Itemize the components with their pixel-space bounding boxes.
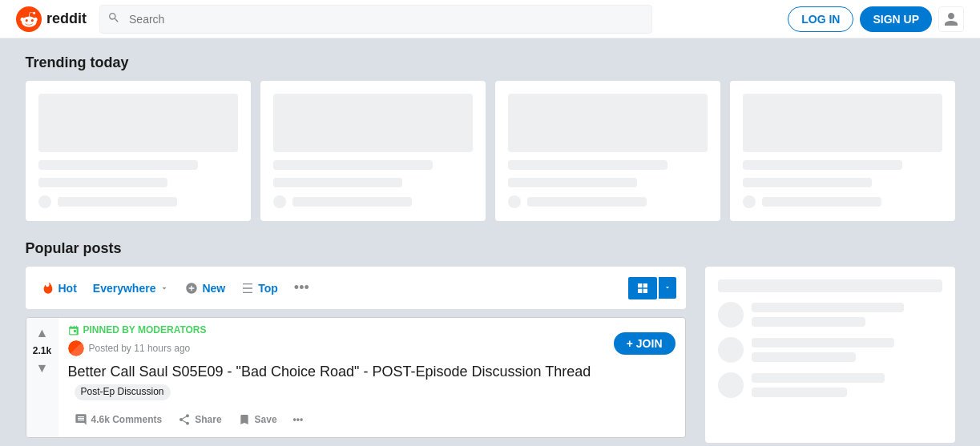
- new-icon: [185, 282, 198, 295]
- popular-title: Popular posts: [26, 240, 955, 257]
- trending-title: Trending today: [26, 54, 955, 71]
- hot-icon: [42, 282, 54, 295]
- user-icon: [943, 11, 959, 27]
- sidebar-row: [718, 337, 942, 363]
- card-view-icon: [636, 282, 649, 295]
- sidebar-lines: [752, 373, 942, 397]
- top-label: Top: [258, 282, 278, 295]
- header-actions: LOG IN SIGN UP: [788, 6, 964, 32]
- main-content: Trending today: [10, 38, 971, 446]
- pinned-label: PINNED BY MODERATORS: [68, 324, 207, 336]
- reddit-logo-icon: [16, 6, 42, 32]
- filter-everywhere-button[interactable]: Everywhere: [87, 277, 176, 299]
- new-label: New: [202, 282, 225, 295]
- trending-card[interactable]: [260, 81, 486, 221]
- posts-main: Hot Everywhere New Top •••: [26, 267, 686, 443]
- downvote-button[interactable]: ▼: [34, 360, 50, 377]
- share-label: Share: [195, 414, 221, 425]
- filter-new-button[interactable]: New: [179, 277, 232, 299]
- post-body: PINNED BY MODERATORS Posted by 11 hours …: [58, 318, 685, 437]
- trending-section: Trending today: [26, 54, 955, 221]
- chevron-down-icon: [159, 283, 169, 293]
- comments-label: 4.6k Comments: [91, 414, 163, 425]
- filter-bar: Hot Everywhere New Top •••: [26, 267, 686, 309]
- trending-grid: [26, 81, 955, 221]
- share-button[interactable]: Share: [171, 408, 228, 431]
- post-actions: 4.6k Comments Share Save •••: [68, 408, 676, 431]
- trending-card[interactable]: [26, 81, 251, 221]
- comments-button[interactable]: 4.6k Comments: [68, 408, 169, 431]
- share-icon: [178, 413, 191, 426]
- post-title[interactable]: Better Call Saul S05E09 - "Bad Choice Ro…: [68, 363, 676, 400]
- post-flair: Post-Ep Discussion: [75, 384, 171, 400]
- comments-icon: [75, 413, 87, 426]
- vote-count: 2.1k: [33, 345, 51, 356]
- search-icon: [107, 11, 120, 27]
- search-input[interactable]: [99, 5, 652, 34]
- hot-label: Hot: [58, 282, 77, 295]
- filter-more-button[interactable]: •••: [288, 275, 316, 301]
- trending-card[interactable]: [730, 81, 955, 221]
- popular-layout: Hot Everywhere New Top •••: [26, 267, 955, 443]
- save-label: Save: [255, 414, 277, 425]
- login-button[interactable]: LOG IN: [788, 6, 853, 32]
- join-button[interactable]: + JOIN: [614, 332, 676, 355]
- header: reddit LOG IN SIGN UP: [0, 0, 980, 38]
- chevron-down-small-icon: [663, 283, 671, 291]
- signup-button[interactable]: SIGN UP: [860, 6, 932, 32]
- everywhere-label: Everywhere: [93, 282, 156, 295]
- pinned-text: PINNED BY MODERATORS: [83, 324, 207, 336]
- avatar: [68, 340, 84, 356]
- sidebar-lines: [752, 338, 942, 362]
- user-menu-button[interactable]: [938, 6, 964, 32]
- vote-column: ▲ 2.1k ▼: [26, 318, 58, 437]
- view-dropdown-button[interactable]: [659, 277, 676, 299]
- post-card[interactable]: ▲ 2.1k ▼ PINNED BY MODERATORS: [26, 317, 686, 438]
- card-view-button[interactable]: [628, 277, 657, 299]
- reddit-wordmark: reddit: [46, 10, 87, 27]
- search-container: [99, 5, 652, 34]
- sidebar: [705, 267, 955, 443]
- more-button[interactable]: •••: [287, 409, 310, 430]
- filter-top-button[interactable]: Top: [235, 277, 284, 299]
- sidebar-card: [705, 267, 955, 443]
- upvote-button[interactable]: ▲: [34, 324, 50, 342]
- pin-icon: [68, 324, 79, 336]
- sidebar-lines: [752, 303, 942, 327]
- filter-hot-button[interactable]: Hot: [35, 277, 83, 299]
- popular-section: Popular posts Hot Everywhere: [26, 240, 955, 443]
- posted-by: Posted by 11 hours ago: [89, 343, 191, 354]
- save-button[interactable]: Save: [232, 408, 284, 431]
- sidebar-row: [718, 302, 942, 327]
- sidebar-avatar: [718, 337, 744, 363]
- save-icon: [238, 413, 251, 426]
- post-meta: Posted by 11 hours ago: [68, 340, 207, 356]
- view-toggle: [628, 277, 676, 299]
- sidebar-avatar: [718, 372, 744, 398]
- sidebar-avatar: [718, 302, 744, 327]
- reddit-logo[interactable]: reddit: [16, 6, 87, 32]
- top-icon: [241, 282, 254, 295]
- sidebar-row: [718, 372, 942, 398]
- trending-card[interactable]: [495, 81, 720, 221]
